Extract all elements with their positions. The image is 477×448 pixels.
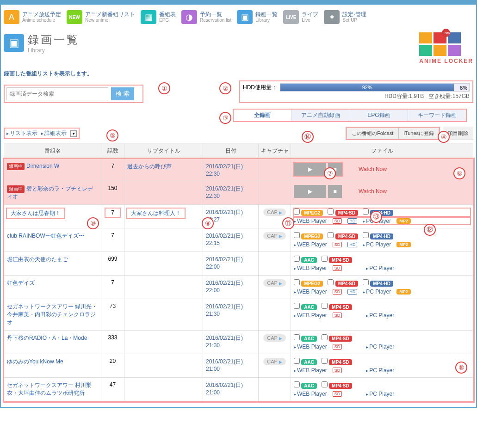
web-player-link[interactable]: WEB Player — [294, 288, 327, 295]
tab-3[interactable]: キーワード録画 — [408, 110, 466, 121]
subtitle: 大家さんは料理人！ — [124, 205, 203, 228]
delete-button[interactable]: 項目削除 — [443, 127, 473, 140]
format-checkbox[interactable] — [294, 303, 300, 309]
tab-2[interactable]: EPG録画 — [350, 110, 408, 121]
format-checkbox[interactable] — [294, 232, 300, 238]
itunes-button[interactable]: iTunesに登録 — [398, 128, 439, 139]
program-title[interactable]: セガネットワークスアワー 緑川光・今井麻美・内田彩のチェンクロラジオ — [7, 303, 97, 325]
format-checkbox[interactable] — [294, 381, 300, 387]
format-checkbox[interactable] — [322, 334, 328, 340]
format-checkbox[interactable] — [328, 209, 334, 215]
pc-player-link[interactable]: PC Player — [363, 241, 391, 248]
pc-player-link[interactable]: PC Player — [363, 218, 391, 224]
col-1: 話数 — [101, 143, 124, 159]
pc-player-link[interactable]: PC Player — [366, 344, 394, 350]
format-checkbox[interactable] — [294, 279, 300, 285]
view-list[interactable]: リスト表示 — [6, 129, 37, 137]
format-checkbox[interactable] — [363, 279, 369, 285]
tab-0[interactable]: 全録画 — [234, 110, 291, 121]
stop-button[interactable]: ■ — [328, 163, 342, 176]
date: 2016/02/21(日)21:30 — [203, 331, 259, 354]
search-button[interactable]: 検 索 — [111, 87, 134, 100]
pc-player-link[interactable]: PC Player — [366, 367, 394, 374]
watch-now-link[interactable]: Watch Now — [359, 188, 387, 195]
format-checkbox[interactable] — [294, 358, 300, 364]
program-title[interactable]: 大家さんは思春期！ — [7, 209, 64, 218]
sd-icon[interactable]: SD — [333, 289, 342, 295]
program-title[interactable]: Dimension W — [26, 163, 59, 169]
hd-icon[interactable]: HD — [347, 242, 357, 247]
date: 2016/02/21(日)22:30 — [203, 181, 259, 205]
format-checkbox[interactable] — [294, 334, 300, 340]
capture-button[interactable]: CAP — [263, 334, 286, 342]
nav-live[interactable]: LIVE ライブLive — [283, 10, 318, 24]
pc-player-link[interactable]: PC Player — [366, 265, 394, 271]
web-player-link[interactable]: WEB Player — [294, 344, 327, 350]
hd-icon[interactable]: HD — [347, 289, 357, 295]
format-checkbox[interactable] — [363, 209, 369, 215]
format-checkbox[interactable] — [322, 256, 328, 262]
date: 2016/02/21(日)21:00 — [203, 378, 259, 401]
format-checkbox[interactable] — [322, 358, 328, 364]
pc-player-link[interactable]: PC Player — [366, 391, 394, 397]
date: 2016/02/21(日)21:30 — [203, 299, 259, 331]
web-player-link[interactable]: WEB Player — [294, 312, 327, 319]
nav-library[interactable]: ▣ 録画一覧Library — [237, 10, 278, 24]
capture-button[interactable]: CAP — [263, 232, 286, 239]
view-detail[interactable]: 詳細表示 — [41, 129, 67, 137]
format-checkbox[interactable] — [294, 256, 300, 262]
nav-reservations-icon: ◑ — [181, 10, 197, 24]
nav-setup[interactable]: ✦ 設定·管理Set UP — [324, 10, 366, 24]
watch-now-link[interactable]: Watch Now — [359, 166, 387, 172]
sd-icon[interactable]: SD — [333, 218, 342, 224]
nav-reservations[interactable]: ◑ 予約一覧Reservation list — [181, 10, 231, 24]
sd-icon[interactable]: SD — [333, 391, 342, 397]
folcast-button[interactable]: この番組のFolcast — [347, 128, 398, 139]
nav-epg[interactable]: ▦ 番組表EPG — [141, 10, 176, 24]
program-title[interactable]: 丹下桜のRADIO・A・La・Mode — [7, 335, 87, 341]
format-badge: AAC — [301, 336, 317, 342]
web-player-link[interactable]: WEB Player — [294, 367, 327, 374]
format-checkbox[interactable] — [294, 209, 300, 215]
sd-icon[interactable]: SD — [333, 344, 342, 350]
col-0: 番組名 — [4, 143, 101, 159]
stop-button[interactable]: ■ — [328, 185, 342, 198]
episode-count: 7 — [101, 205, 124, 228]
play-button[interactable]: ▶ — [294, 163, 326, 176]
format-checkbox[interactable] — [363, 232, 369, 238]
tab-1[interactable]: アニメ自動録画 — [291, 110, 350, 121]
web-player-link[interactable]: WEB Player — [294, 218, 327, 224]
capture-button[interactable]: CAP — [263, 358, 286, 365]
capture-button[interactable]: CAP — [263, 279, 286, 287]
sd-icon[interactable]: SD — [333, 242, 342, 247]
subtitle — [124, 228, 203, 252]
nav-newanime[interactable]: NEW アニメ新番組リストNew anime — [67, 10, 135, 24]
episode-count: 699 — [101, 252, 124, 276]
format-checkbox[interactable] — [328, 232, 334, 238]
program-title[interactable]: club RAINBOW〜虹色デイズ〜 — [7, 233, 84, 239]
sd-icon[interactable]: SD — [333, 313, 342, 318]
capture-button[interactable]: CAP — [263, 209, 286, 216]
sd-icon[interactable]: SD — [333, 265, 342, 271]
format-badge: AAC — [301, 257, 317, 263]
program-title[interactable]: ゆのみのYou kNow Me — [7, 358, 63, 365]
nav-schedule[interactable]: A アニメ放送予定Anime schedule — [4, 10, 61, 24]
search-input[interactable] — [6, 87, 108, 100]
pc-player-link[interactable]: PC Player — [366, 312, 394, 319]
program-title[interactable]: 虹色デイズ — [7, 280, 35, 286]
web-player-link[interactable]: WEB Player — [294, 391, 327, 397]
format-checkbox[interactable] — [322, 303, 328, 309]
format-checkbox[interactable] — [328, 279, 334, 285]
hd-icon[interactable]: HD — [347, 218, 357, 224]
web-player-link[interactable]: WEB Player — [294, 241, 327, 248]
program-title[interactable]: セガネットワークスアワー 村川梨衣・大坪由佳のムラツボ研究所 — [7, 382, 92, 396]
pc-player-link[interactable]: PC Player — [363, 288, 391, 295]
program-title[interactable]: 堀江由衣の天使のたまご — [7, 256, 68, 263]
web-player-link[interactable]: WEB Player — [294, 265, 327, 271]
play-button[interactable]: ▶ — [294, 185, 326, 198]
sd-icon[interactable]: SD — [333, 368, 342, 373]
table-row: club RAINBOW〜虹色デイズ〜 7 2016/02/21(日)22:15… — [4, 228, 473, 252]
expand-icon[interactable]: ▾ — [70, 130, 77, 137]
format-checkbox[interactable] — [322, 381, 328, 387]
hdd-label: HDD使用量： — [243, 84, 277, 92]
